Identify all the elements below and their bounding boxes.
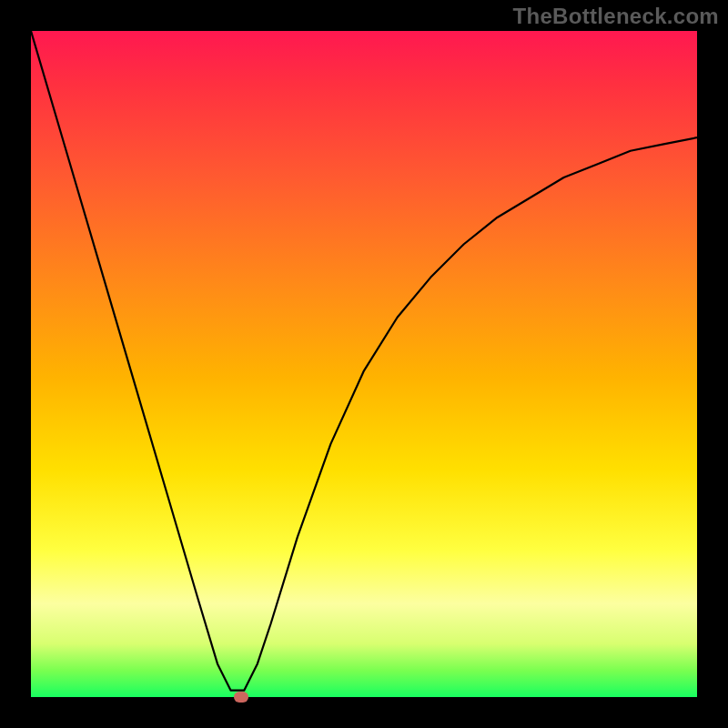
watermark-label: TheBottleneck.com — [513, 4, 719, 29]
bottleneck-curve-path — [31, 31, 697, 691]
curve-svg — [31, 31, 697, 697]
chart-frame: TheBottleneck.com — [0, 0, 728, 728]
optimal-point-marker — [234, 692, 248, 703]
